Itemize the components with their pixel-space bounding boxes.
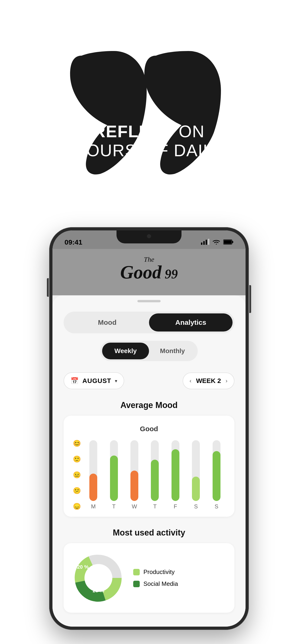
bar-col-4: F xyxy=(167,440,184,510)
legend-label-social: Social Media xyxy=(143,580,178,588)
activity-card: 20 % 20 % Productivity Social Media xyxy=(64,543,234,613)
emoji-4: 🙂 xyxy=(73,456,81,462)
app-header: The Good 99 xyxy=(53,249,245,295)
legend-item-productivity: Productivity xyxy=(133,568,178,576)
bar-day-1: T xyxy=(112,503,116,510)
svg-rect-1 xyxy=(203,241,205,245)
camera-dot xyxy=(147,234,151,238)
period-switcher[interactable]: Weekly Monthly xyxy=(100,341,198,361)
bar-fill-0 xyxy=(89,474,97,501)
bar-day-0: M xyxy=(91,503,96,510)
bar-col-0: M xyxy=(85,440,102,510)
tab-analytics[interactable]: Analytics xyxy=(149,314,232,332)
logo-good: Good xyxy=(120,262,162,282)
legend-label-productivity: Productivity xyxy=(143,568,175,576)
calendar-icon: 📅 xyxy=(71,377,79,384)
chart-area: 😊 🙂 😐 😕 😞 xyxy=(73,440,225,510)
pie-label-2: 20 % xyxy=(93,588,104,594)
hero-text: REFLECT ON YOURSELF DAILY xyxy=(75,122,223,160)
bar-track-1 xyxy=(110,440,118,501)
bottom-sheet: Mood Analytics Weekly Monthly 📅 AUGUST ▾ xyxy=(53,295,245,626)
bar-col-6: S xyxy=(208,440,225,510)
activity-legend: Productivity Social Media xyxy=(133,568,178,588)
battery-icon xyxy=(223,239,233,246)
tab-switcher[interactable]: Mood Analytics xyxy=(64,312,234,333)
svg-rect-2 xyxy=(206,240,207,245)
average-mood-title: Average Mood xyxy=(64,400,234,410)
tab-mood[interactable]: Mood xyxy=(66,314,149,332)
prev-week-arrow[interactable]: ‹ xyxy=(190,378,191,384)
phone-inner: 09:41 xyxy=(53,230,245,626)
notch xyxy=(117,230,181,244)
pie-label-1: 20 % xyxy=(77,564,89,570)
hero-section: REFLECT ON YOURSELF DAILY xyxy=(0,0,298,227)
bar-track-0 xyxy=(89,440,97,501)
bar-fill-2 xyxy=(130,470,138,501)
bar-day-5: S xyxy=(194,503,198,510)
legend-item-social: Social Media xyxy=(133,580,178,588)
activity-section: Most used activity xyxy=(64,528,234,613)
emoji-axis: 😊 🙂 😐 😕 😞 xyxy=(73,440,85,510)
pie-chart: 20 % 20 % xyxy=(73,552,124,604)
bar-col-2: W xyxy=(126,440,143,510)
logo-quote-num: 99 xyxy=(165,267,178,281)
week-selector[interactable]: ‹ WEEK 2 › xyxy=(183,372,234,389)
bar-fill-4 xyxy=(171,449,179,501)
emoji-2: 😕 xyxy=(73,488,81,494)
status-icons xyxy=(201,239,233,246)
bar-track-6 xyxy=(213,440,220,501)
legend-dot-productivity xyxy=(133,569,140,576)
svg-rect-0 xyxy=(201,242,202,245)
svg-rect-3 xyxy=(208,239,209,245)
emoji-3: 😐 xyxy=(73,472,81,478)
status-time: 09:41 xyxy=(65,238,82,246)
quote-blob-container: REFLECT ON YOURSELF DAILY xyxy=(68,49,230,178)
hero-line2: YOURSELF DAILY xyxy=(75,141,223,160)
bar-col-3: T xyxy=(146,440,163,510)
bar-track-3 xyxy=(151,440,159,501)
bar-day-2: W xyxy=(132,503,137,510)
chevron-down-icon: ▾ xyxy=(115,378,117,384)
month-selector[interactable]: 📅 AUGUST ▾ xyxy=(64,372,124,389)
period-weekly[interactable]: Weekly xyxy=(102,343,149,359)
bar-day-3: T xyxy=(153,503,157,510)
period-monthly[interactable]: Monthly xyxy=(149,343,196,359)
mood-chart-card: Good 😊 🙂 😐 😕 😞 xyxy=(64,416,234,517)
bar-day-4: F xyxy=(174,503,177,510)
chart-mood-label: Good xyxy=(73,425,225,433)
bar-fill-3 xyxy=(151,460,159,501)
phone-wrapper: 09:41 xyxy=(0,227,298,644)
svg-rect-6 xyxy=(232,241,233,243)
bar-fill-1 xyxy=(110,456,118,501)
bar-fill-6 xyxy=(213,451,220,501)
bar-col-5: S xyxy=(187,440,204,510)
sheet-handle xyxy=(137,300,161,302)
week-text: WEEK 2 xyxy=(196,377,221,384)
hero-reflect: REFLECT xyxy=(93,122,174,141)
emoji-1: 😞 xyxy=(73,503,81,510)
legend-dot-social xyxy=(133,581,140,587)
app-logo: The Good 99 xyxy=(120,256,178,282)
phone-outer: 09:41 xyxy=(49,227,249,630)
month-text: AUGUST xyxy=(82,377,111,384)
activity-title: Most used activity xyxy=(64,528,234,538)
next-week-arrow[interactable]: › xyxy=(226,378,227,384)
bar-fill-5 xyxy=(192,476,200,501)
bars-container: M T xyxy=(85,440,225,510)
date-navigator: 📅 AUGUST ▾ ‹ WEEK 2 › xyxy=(64,372,234,389)
hero-on: ON xyxy=(174,122,205,141)
signal-icon xyxy=(201,239,209,246)
status-bar: 09:41 xyxy=(53,230,245,249)
bar-track-5 xyxy=(192,440,200,501)
bar-col-1: T xyxy=(105,440,122,510)
svg-rect-5 xyxy=(224,240,232,244)
emoji-5: 😊 xyxy=(73,440,81,447)
bar-day-6: S xyxy=(215,503,218,510)
wifi-icon xyxy=(212,239,220,246)
bar-track-2 xyxy=(130,440,138,501)
bar-track-4 xyxy=(171,440,179,501)
